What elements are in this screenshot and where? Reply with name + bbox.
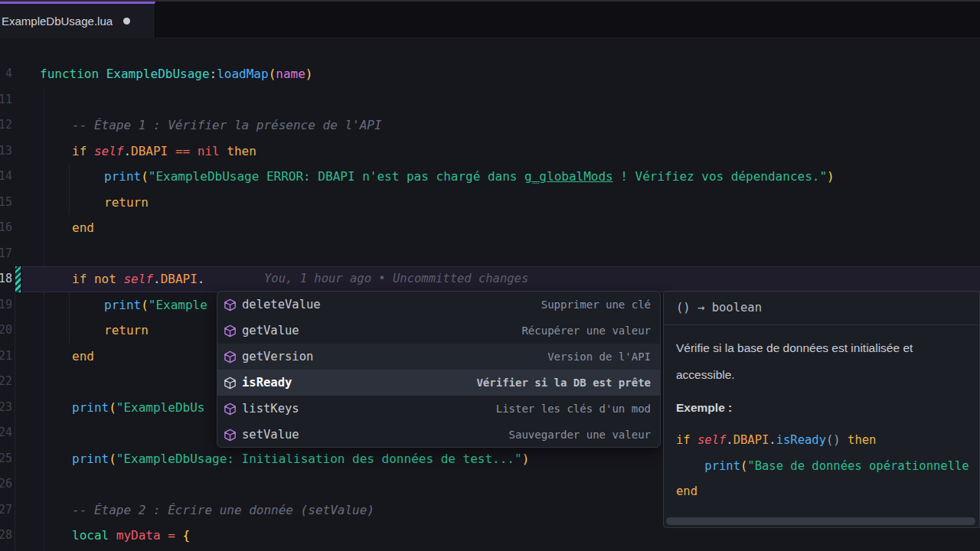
suggestion-label: setValue <box>242 428 299 442</box>
code-line-4[interactable]: 4function ExampleDbUsage:loadMap(name) <box>0 61 980 87</box>
line-number: 15 <box>0 190 12 216</box>
code-token: ) <box>522 452 530 466</box>
line-number: 16 <box>0 215 12 241</box>
modified-dot-icon[interactable] <box>123 18 130 24</box>
code-line-13[interactable]: 13if self.DBAPI == nil then <box>0 139 980 165</box>
code-token: . <box>123 144 131 158</box>
code-token: ( <box>141 169 149 184</box>
code-text: if self.DBAPI == nil then <box>72 139 256 165</box>
git-modified-indicator[interactable] <box>15 266 21 292</box>
horizontal-scrollbar[interactable] <box>666 517 975 525</box>
code-text: local myData = { <box>72 523 190 549</box>
code-token: "Example <box>149 298 207 312</box>
code-token: ! Vérifiez vos dépendances." <box>613 169 827 184</box>
code-token: local <box>72 528 109 543</box>
example-label: Exemple : <box>664 388 979 415</box>
code-token: self <box>94 144 124 158</box>
code-text: -- Étape 1 : Vérifier la présence de l'A… <box>72 112 382 139</box>
code-token: "ExampleDbUsage: Initialisation des donn… <box>116 452 522 466</box>
code-token: : <box>210 67 217 81</box>
suggestion-description: Supprimer une clé <box>541 298 651 311</box>
line-number: 14 <box>0 164 12 190</box>
suggestion-deleteValue[interactable]: deleteValueSupprimer une clé <box>217 292 660 318</box>
code-token: -- Étape 1 : Vérifier la présence de l'A… <box>72 118 382 132</box>
autocomplete-popup: deleteValueSupprimer une clégetValueRécu… <box>217 291 661 448</box>
code-token: { <box>183 528 191 543</box>
code-line-12[interactable]: 12-- Étape 1 : Vérifier la présence de l… <box>0 112 980 139</box>
code-text: -- Étape 2 : Écrire une donnée (setValue… <box>72 497 374 523</box>
line-number: 23 <box>0 395 12 421</box>
code-text: end <box>72 215 94 241</box>
tab-exampledbusage-lua[interactable]: ExampleDbUsage.lua <box>0 2 155 38</box>
code-token: nil <box>198 144 220 158</box>
code-token: ( <box>141 298 149 312</box>
code-token: = <box>168 528 175 543</box>
code-token: "ExampleDbUs <box>116 400 205 415</box>
example-code-block: if self.DBAPI.isReady() then print("Base… <box>664 415 979 505</box>
line-number: 22 <box>0 369 12 395</box>
tab-title: ExampleDbUsage.lua <box>2 15 113 28</box>
code-token <box>168 144 175 158</box>
code-line-14[interactable]: 14print("ExampleDbUsage ERROR: DBAPI n'e… <box>0 164 980 190</box>
method-description: Vérifie si la base de données est initia… <box>664 325 979 388</box>
code-token: print <box>104 298 141 312</box>
line-number: 17 <box>0 241 12 267</box>
code-text: return <box>104 190 149 216</box>
suggestion-description: Lister les clés d'un mod <box>496 403 651 415</box>
method-cube-icon <box>224 298 237 311</box>
suggestion-setValue[interactable]: setValueSauvegarder une valeur <box>217 422 660 448</box>
line-number: 19 <box>0 292 12 318</box>
code-token: . <box>726 433 733 447</box>
code-token: ( <box>740 459 747 473</box>
code-line-18[interactable]: 18if not self.DBAPI.You, 1 hour ago • Un… <box>0 266 980 292</box>
line-number: 27 <box>0 497 12 523</box>
example-code-line: if self.DBAPI.isReady() then <box>676 428 979 454</box>
code-token: . <box>153 272 161 286</box>
suggestion-label: listKeys <box>242 402 299 416</box>
code-token: name <box>276 67 305 81</box>
suggestion-description: Version de l'API <box>547 350 651 363</box>
code-token: return <box>104 323 149 337</box>
code-token <box>175 528 183 543</box>
code-token: print <box>72 452 109 466</box>
suggestion-description: Récupérer une valeur <box>521 324 651 337</box>
method-signature: () → boolean <box>664 292 979 324</box>
code-token: end <box>72 349 94 364</box>
code-token: ( <box>269 67 276 81</box>
code-token: == <box>175 144 190 158</box>
code-text: return <box>104 318 149 344</box>
code-token: "ExampleDbUsage ERROR: DBAPI n'est pas c… <box>149 169 524 184</box>
code-line-17[interactable]: 17 <box>0 241 980 267</box>
suggestion-getValue[interactable]: getValueRécupérer une valeur <box>217 318 660 344</box>
line-number: 24 <box>0 420 12 446</box>
code-token: return <box>104 195 149 210</box>
code-token: ) <box>305 67 313 81</box>
suggestion-listKeys[interactable]: listKeysLister les clés d'un mod <box>217 396 660 422</box>
suggestion-getVersion[interactable]: getVersionVersion de l'API <box>217 344 660 370</box>
code-text: print("ExampleDbUs <box>72 395 204 421</box>
suggestion-description: Sauvegarder une valeur <box>509 429 651 441</box>
suggestion-isReady[interactable]: isReadyVérifier si la DB est prête <box>217 370 660 396</box>
code-line-15[interactable]: 15return <box>0 190 980 216</box>
code-token: . <box>198 272 205 286</box>
code-token: end <box>72 220 94 235</box>
method-cube-icon <box>224 377 237 390</box>
code-token: ( <box>109 400 116 415</box>
code-token: then <box>227 144 256 158</box>
code-token: "Base de données opérationnelle <box>747 459 969 473</box>
method-cube-icon <box>224 429 237 442</box>
code-token: print <box>72 400 109 415</box>
git-blame-annotation: You, 1 hour ago • Uncommitted changes <box>264 266 528 292</box>
code-line-11[interactable]: 11 <box>0 87 980 113</box>
line-number: 21 <box>0 344 12 370</box>
method-cube-icon <box>224 324 237 337</box>
code-token: loadMap <box>217 67 268 81</box>
tab-bar: ExampleDbUsage.lua <box>0 2 980 38</box>
code-text: print("ExampleDbUsage: Initialisation de… <box>72 446 529 472</box>
code-token: self <box>123 272 153 286</box>
code-line-16[interactable]: 16end <box>0 215 980 241</box>
code-text: print("ExampleDbUsage ERROR: DBAPI n'est… <box>104 164 835 190</box>
code-text: print("Example <box>104 292 207 318</box>
code-text: end <box>72 344 94 370</box>
code-token: ExampleDbUsage <box>106 67 210 81</box>
